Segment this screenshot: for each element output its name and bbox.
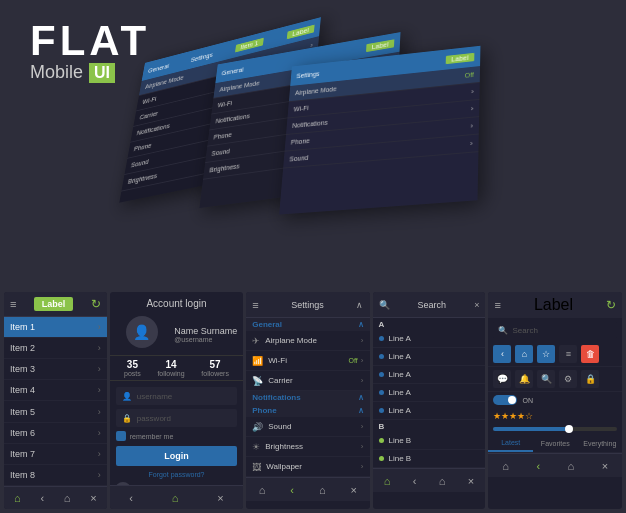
slider-thumb[interactable] — [565, 425, 573, 433]
settings-airplane-item[interactable]: ✈ Airplane Mode › — [246, 331, 369, 351]
search-result-a5[interactable]: Line A — [373, 402, 486, 420]
list-item-4[interactable]: Item 4 › — [4, 380, 107, 401]
forgot-password-link[interactable]: Forgot password? — [110, 469, 244, 480]
arrow-icon-8: › — [98, 470, 101, 480]
notif-collapse[interactable]: ∧ — [358, 393, 364, 402]
search-panel-footer: ⌂ ‹ ⌂ × — [373, 468, 486, 492]
followers-label: followers — [201, 370, 229, 377]
login-button[interactable]: Login — [116, 446, 238, 466]
footer-left2[interactable]: ‹ — [129, 492, 133, 504]
list-item-8[interactable]: Item 8 › — [4, 465, 107, 486]
list-item-1[interactable]: Item 1 › — [4, 317, 107, 338]
list-item-5[interactable]: Item 5 › — [4, 401, 107, 422]
list-item-3[interactable]: Item 3 › — [4, 359, 107, 380]
iso-front-label: Label — [446, 52, 475, 63]
iso-screen-front: Settings Label Airplane Mode Off Wi-Fi ›… — [279, 46, 480, 215]
icon-search-bar[interactable]: 🔍 Search — [493, 321, 617, 339]
footer-close-icon[interactable]: × — [90, 492, 96, 504]
toggle-switch[interactable] — [493, 395, 517, 405]
settings-wifi-item[interactable]: 📶 Wi-Fi Off › — [246, 351, 369, 371]
list-item-2[interactable]: Item 2 › — [4, 338, 107, 359]
search-panel: 🔍 Search × A Line A Line A Line A Line A… — [373, 292, 486, 509]
footer-home2-icon[interactable]: ⌂ — [64, 492, 71, 504]
icon-footer-home[interactable]: ⌂ — [502, 460, 509, 472]
icon-row-1: ‹ ⌂ ☆ ≡ 🗑 — [488, 342, 622, 367]
footer-home3[interactable]: ⌂ — [172, 492, 179, 504]
icon-lock-btn[interactable]: 🔒 — [581, 370, 599, 388]
icon-star-btn[interactable]: ☆ — [537, 345, 555, 363]
icon-trash-btn[interactable]: 🗑 — [581, 345, 599, 363]
search-result-a2[interactable]: Line A — [373, 348, 486, 366]
result-dot-a2 — [379, 354, 384, 359]
icon-search-placeholder: Search — [512, 326, 537, 335]
login-username: @username — [174, 336, 237, 343]
search-result-b1[interactable]: Line B — [373, 432, 486, 450]
slider-row — [488, 424, 622, 434]
username-field[interactable]: 👤 username — [116, 387, 238, 405]
iso-mid-general: General — [221, 66, 243, 76]
remember-checkbox[interactable] — [116, 431, 126, 441]
settings-wallpaper-item[interactable]: 🖼 Wallpaper › — [246, 457, 369, 477]
stars-row: ★★★★☆ — [488, 408, 622, 424]
icon-search-btn[interactable]: 🔍 — [537, 370, 555, 388]
footer-close2[interactable]: × — [217, 492, 223, 504]
slider-track[interactable] — [493, 427, 617, 431]
footer-home-icon[interactable]: ⌂ — [14, 492, 21, 504]
icon-home-btn[interactable]: ⌂ — [515, 345, 533, 363]
settings-brightness-item[interactable]: ☀ Brightness › — [246, 437, 369, 457]
search-icon-header: 🔍 — [379, 300, 390, 310]
wallpaper-icon: 🖼 — [252, 462, 261, 472]
login-panel: Account login 👤 Name Surname @username 3… — [110, 292, 244, 509]
icon-chat-btn[interactable]: 💬 — [493, 370, 511, 388]
following-count: 14 — [157, 359, 184, 370]
toggle-label: ON — [522, 397, 533, 404]
settings-carrier-item[interactable]: 📡 Carrier › — [246, 371, 369, 391]
search-close-icon[interactable]: × — [474, 300, 479, 310]
slider-fill — [493, 427, 567, 431]
brightness-icon: ☀ — [252, 442, 260, 452]
settings-footer-close[interactable]: × — [351, 484, 357, 496]
search-result-b2[interactable]: Line B — [373, 450, 486, 468]
search-footer-home2[interactable]: ⌂ — [439, 475, 446, 487]
settings-sound-item[interactable]: 🔊 Sound › — [246, 417, 369, 437]
search-header-label: Search — [418, 300, 447, 310]
icon-footer-close[interactable]: × — [602, 460, 608, 472]
settings-general-section: General ∧ — [246, 318, 369, 331]
icon-footer-left[interactable]: ‹ — [536, 460, 540, 472]
search-result-a1[interactable]: Line A — [373, 330, 486, 348]
following-label: following — [157, 370, 184, 377]
icon-menu-btn[interactable]: ≡ — [559, 345, 577, 363]
settings-footer-home[interactable]: ⌂ — [259, 484, 266, 496]
icon-panel-label: Label — [534, 296, 573, 314]
refresh-icon[interactable]: ↻ — [91, 297, 101, 311]
search-footer-home[interactable]: ⌂ — [384, 475, 391, 487]
login-stats: 35 posts 14 following 57 followers — [110, 355, 244, 381]
list-item-7[interactable]: Item 7 › — [4, 444, 107, 465]
search-result-a3[interactable]: Line A — [373, 366, 486, 384]
toggle-row: ON — [488, 392, 622, 408]
footer-left-icon[interactable]: ‹ — [40, 492, 44, 504]
icon-panel-refresh[interactable]: ↻ — [606, 298, 616, 312]
list-item-6[interactable]: Item 6 › — [4, 423, 107, 444]
icon-gear-btn[interactable]: ⚙ — [559, 370, 577, 388]
tab-everything[interactable]: Everything — [578, 434, 623, 452]
collapse-icon[interactable]: ∧ — [358, 320, 364, 329]
tab-favorites[interactable]: Favorites — [533, 434, 578, 452]
carrier-icon: 📡 — [252, 376, 263, 386]
phone-collapse[interactable]: ∧ — [358, 406, 364, 415]
icon-footer-home2[interactable]: ⌂ — [568, 460, 575, 472]
search-footer-left[interactable]: ‹ — [413, 475, 417, 487]
icon-bell-btn[interactable]: 🔔 — [515, 370, 533, 388]
settings-footer-left[interactable]: ‹ — [290, 484, 294, 496]
password-field[interactable]: 🔒 password — [116, 409, 238, 427]
arrow-icon-3: › — [98, 364, 101, 374]
icon-panel-menu: ≡ — [494, 299, 500, 311]
iso-front-settings: Settings — [296, 70, 320, 79]
icon-left-btn[interactable]: ‹ — [493, 345, 511, 363]
settings-footer-home2[interactable]: ⌂ — [319, 484, 326, 496]
search-footer-close[interactable]: × — [468, 475, 474, 487]
airplane-icon: ✈ — [252, 336, 260, 346]
tab-latest[interactable]: Latest — [488, 434, 533, 452]
posts-label: posts — [124, 370, 141, 377]
search-result-a4[interactable]: Line A — [373, 384, 486, 402]
